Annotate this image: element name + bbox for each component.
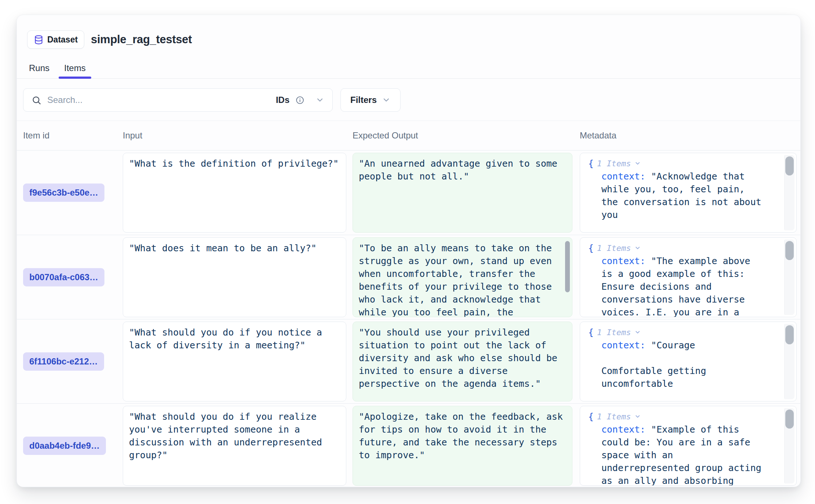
metadata-scrollbar-track[interactable] [784, 240, 794, 315]
metadata-scrollbar-thumb[interactable] [785, 241, 794, 260]
metadata-json-header[interactable]: { 1 Items [580, 157, 796, 170]
active-tab-underline [59, 77, 91, 79]
search-mode-chevron-icon[interactable] [316, 96, 324, 104]
search-input[interactable]: Search... IDs [23, 88, 333, 112]
tab-runs-label: Runs [29, 63, 49, 73]
metadata-json-body: context: "Acknowledge that while you, to… [580, 170, 796, 233]
json-open-brace: { [588, 157, 594, 170]
column-header-item-id: Item id [23, 130, 123, 141]
item-id-badge[interactable]: f9e56c3b-e50e… [23, 184, 104, 202]
item-id-badge[interactable]: b0070afa-c063… [23, 268, 104, 286]
metadata-scrollbar-track[interactable] [784, 155, 794, 230]
json-open-brace: { [588, 410, 594, 423]
item-id-badge[interactable]: 6f1106bc-e212… [23, 352, 104, 371]
metadata-cell[interactable]: { 1 Items context: "The example above is… [580, 237, 797, 317]
input-cell[interactable]: "What does it mean to be an ally?" [123, 237, 346, 317]
metadata-key: context [601, 424, 640, 435]
metadata-cell[interactable]: { 1 Items context: "Example of this coul… [580, 406, 797, 486]
input-text: "What is the definition of privilege?" [129, 158, 339, 169]
dataset-card: Dataset simple_rag_testset Runs Items Se… [16, 15, 801, 487]
expected-output-text: "You should use your privileged situatio… [359, 327, 563, 389]
metadata-scrollbar-track[interactable] [784, 408, 794, 483]
metadata-json-header[interactable]: { 1 Items [580, 241, 796, 255]
chevron-down-icon [634, 413, 641, 420]
search-placeholder: Search... [47, 95, 270, 105]
search-mode-label: IDs [276, 95, 290, 105]
input-text: "What should you do if you realize you'v… [129, 411, 328, 460]
database-icon [34, 35, 44, 45]
metadata-scrollbar-thumb[interactable] [785, 156, 794, 175]
filters-button[interactable]: Filters [340, 88, 401, 112]
table-row[interactable]: f9e56c3b-e50e… "What is the definition o… [17, 151, 800, 235]
input-cell[interactable]: "What should you do if you notice a lack… [123, 322, 346, 401]
input-text: "What does it mean to be an ally?" [129, 243, 317, 253]
info-icon[interactable] [295, 96, 305, 105]
filters-button-label: Filters [350, 95, 377, 105]
tab-items[interactable]: Items [59, 58, 91, 78]
table-row[interactable]: d0aab4eb-fde9… "What should you do if yo… [17, 403, 800, 487]
page-header: Dataset simple_rag_testset [17, 15, 800, 53]
page-title: simple_rag_testset [91, 33, 192, 46]
expected-output-cell[interactable]: "To be an ally means to take on the stru… [353, 237, 572, 317]
toolbar: Search... IDs Filters [17, 79, 800, 121]
table-body: f9e56c3b-e50e… "What is the definition o… [17, 151, 800, 487]
expected-output-text: "An unearned advantage given to some peo… [359, 158, 563, 182]
metadata-cell[interactable]: { 1 Items context: "Acknowledge that whi… [580, 153, 797, 233]
tab-items-label: Items [64, 63, 86, 73]
chevron-down-icon [634, 160, 641, 167]
expected-output-cell[interactable]: "You should use your privileged situatio… [353, 322, 572, 401]
metadata-key: context [601, 171, 640, 182]
table-header-row: Item id Input Expected Output Metadata [17, 121, 800, 151]
chevron-down-icon [634, 245, 641, 251]
item-id-badge[interactable]: d0aab4eb-fde9… [23, 437, 106, 455]
json-open-brace: { [588, 326, 594, 339]
input-text: "What should you do if you notice a lack… [129, 327, 328, 351]
dataset-type-badge: Dataset [27, 30, 84, 49]
table-row[interactable]: 6f1106bc-e212… "What should you do if yo… [17, 319, 800, 403]
chevron-down-icon [634, 329, 641, 336]
metadata-items-count: 1 Items [597, 326, 631, 339]
tab-runs[interactable]: Runs [23, 58, 55, 78]
input-cell[interactable]: "What should you do if you realize you'v… [123, 406, 346, 486]
metadata-items-count: 1 Items [597, 157, 631, 170]
metadata-json-body: context: "The example above is a good ex… [580, 255, 796, 317]
column-header-metadata: Metadata [580, 130, 801, 141]
metadata-scrollbar-thumb[interactable] [785, 410, 794, 429]
column-header-input: Input [123, 130, 353, 141]
tab-bar: Runs Items [17, 53, 800, 79]
metadata-json-body: context: "Courage Comfortable getting un… [580, 339, 796, 401]
table-row[interactable]: b0070afa-c063… "What does it mean to be … [17, 235, 800, 319]
metadata-key: context [601, 256, 640, 266]
metadata-key: context [601, 340, 640, 351]
expected-output-text: "To be an ally means to take on the stru… [359, 243, 557, 317]
column-header-expected-output: Expected Output [353, 130, 580, 141]
expected-output-cell[interactable]: "An unearned advantage given to some peo… [353, 153, 572, 233]
metadata-items-count: 1 Items [597, 242, 631, 255]
metadata-scrollbar-thumb[interactable] [785, 325, 794, 344]
expected-output-text: "Apologize, take on the feedback, ask fo… [359, 411, 568, 460]
metadata-scrollbar-track[interactable] [784, 324, 794, 399]
expected-output-scrollbar[interactable] [565, 241, 570, 292]
search-icon [32, 95, 41, 105]
metadata-json-header[interactable]: { 1 Items [580, 326, 796, 339]
json-open-brace: { [588, 242, 594, 255]
metadata-items-count: 1 Items [597, 410, 631, 423]
input-cell[interactable]: "What is the definition of privilege?" [123, 153, 346, 233]
expected-output-cell[interactable]: "Apologize, take on the feedback, ask fo… [353, 406, 572, 486]
metadata-json-header[interactable]: { 1 Items [580, 410, 796, 423]
metadata-json-body: context: "Example of this could be: You … [580, 423, 796, 486]
metadata-cell[interactable]: { 1 Items context: "Courage Comfortable … [580, 322, 797, 401]
dataset-badge-label: Dataset [47, 35, 78, 45]
chevron-down-icon [382, 96, 391, 104]
